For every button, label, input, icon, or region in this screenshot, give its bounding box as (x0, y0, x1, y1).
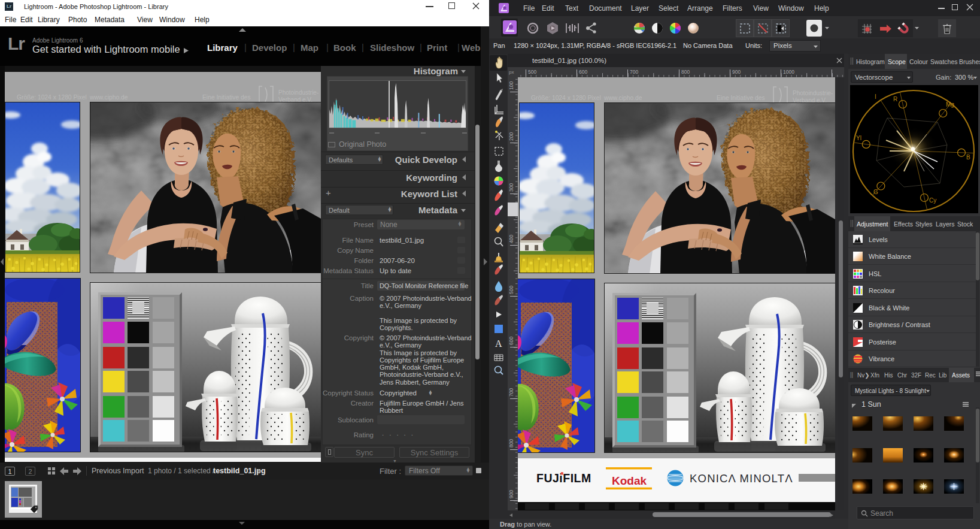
svg-text:500: 500 (528, 69, 536, 75)
svg-text:800: 800 (681, 69, 690, 75)
svg-text:600: 600 (579, 69, 587, 75)
svg-text:800: 800 (508, 439, 514, 448)
svg-text:100: 100 (508, 81, 514, 90)
svg-text:700: 700 (630, 69, 638, 75)
svg-text:A: A (495, 338, 502, 349)
svg-text:400: 400 (508, 235, 514, 243)
svg-text:px: px (509, 69, 514, 75)
svg-text:1000: 1000 (783, 69, 794, 75)
svg-text:900: 900 (732, 69, 741, 75)
svg-text:900: 900 (508, 490, 514, 498)
svg-text:300: 300 (508, 183, 514, 192)
svg-text:500: 500 (508, 286, 514, 294)
svg-text:200: 200 (508, 132, 514, 141)
svg-text:700: 700 (508, 388, 514, 397)
svg-text:600: 600 (508, 337, 514, 345)
